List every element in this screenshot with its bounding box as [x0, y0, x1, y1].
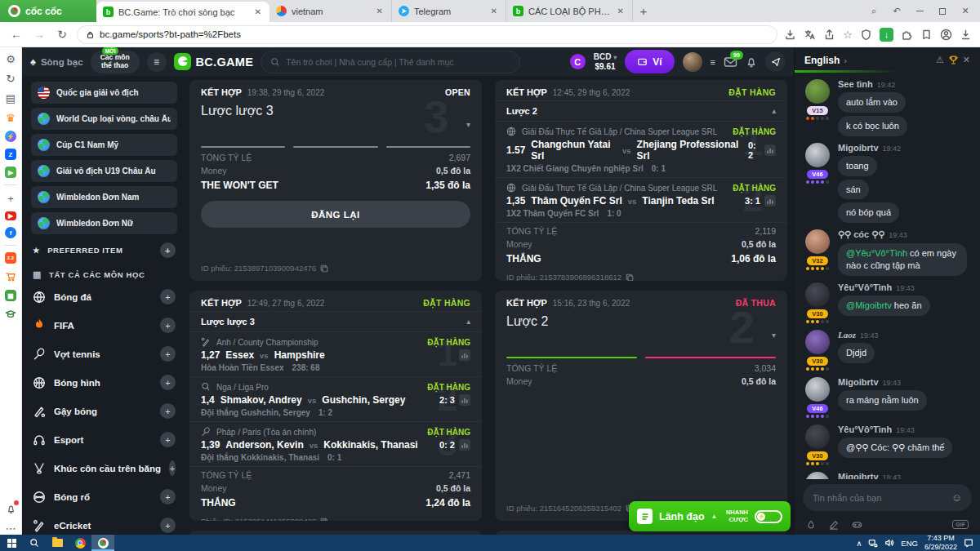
sidebar-item-tennis[interactable]: Vợt tennis +	[31, 342, 177, 366]
casino-nav[interactable]: ♠ Sòng bạc	[30, 56, 83, 68]
chat-username[interactable]: Migoibrtv	[838, 472, 879, 479]
menu-burger-icon[interactable]: ≡	[147, 52, 167, 72]
avatar[interactable]	[805, 472, 830, 479]
chrome-taskbar-icon[interactable]	[69, 535, 91, 551]
bcd-coin-icon[interactable]: C	[570, 54, 586, 69]
bet-title-row[interactable]: Lược 2 ▴	[495, 100, 787, 122]
close-button[interactable]: ✕	[956, 2, 975, 20]
chat-username[interactable]: Migoibrtv	[838, 377, 879, 387]
stats-chart-icon[interactable]	[459, 439, 470, 451]
sidebar-item-baseball[interactable]: Gậy bóng +	[31, 399, 177, 423]
minimize-button[interactable]	[910, 2, 929, 20]
add-sport-button[interactable]: +	[160, 375, 176, 390]
expand-caret-icon[interactable]: ▾	[772, 331, 776, 340]
more-icon[interactable]: ⋯	[4, 522, 17, 535]
expand-caret-icon[interactable]: ▾	[466, 120, 470, 129]
education-icon[interactable]	[4, 308, 17, 321]
avatar[interactable]	[805, 377, 830, 402]
profile-icon[interactable]	[940, 29, 952, 41]
league-item-wimbledon-women[interactable]: Wimbledon Đơn Nữ	[31, 212, 177, 234]
add-sport-button[interactable]: +	[160, 318, 176, 333]
chat-language-selector[interactable]: English	[804, 55, 840, 66]
stats-chart-icon[interactable]	[764, 144, 776, 156]
bcgame-logo[interactable]: BC.GAME	[174, 53, 254, 70]
sidebar-item-ice-hockey[interactable]: Khúc côn cầu trên băng +	[31, 456, 177, 480]
league-item-wimbledon-men[interactable]: Wimbledon Đơn Nam	[31, 186, 177, 208]
inbox-button[interactable]: 99	[724, 56, 737, 68]
messenger-icon[interactable]: ⚡	[5, 131, 16, 142]
sidebar-item-soccer[interactable]: Bóng đá +	[31, 285, 177, 309]
network-icon[interactable]	[868, 538, 878, 548]
chevron-right-icon[interactable]: ›	[844, 56, 847, 65]
account-menu-icon[interactable]: ≡	[710, 57, 715, 67]
language-indicator[interactable]: ENG	[901, 539, 918, 548]
tab-vietnam[interactable]: vietnam ✕	[270, 0, 392, 22]
close-chat-icon[interactable]: ✕	[963, 55, 970, 65]
facebook-icon[interactable]: f	[5, 227, 16, 238]
start-button[interactable]	[0, 535, 23, 551]
chat-username[interactable]: Yêu°Vô°Tình	[838, 424, 892, 434]
tab-close-icon[interactable]: ✕	[616, 7, 626, 16]
add-sport-button[interactable]: +	[160, 489, 176, 504]
maximize-button[interactable]	[933, 2, 952, 20]
add-sport-button[interactable]: +	[160, 518, 176, 533]
action-center-icon[interactable]	[964, 538, 973, 548]
stats-chart-icon[interactable]	[459, 349, 470, 361]
all-sports-row[interactable]: ▦ TẤT CẢ CÁC MÔN HỌC	[33, 269, 176, 280]
calculator-icon[interactable]: ▦	[5, 290, 16, 301]
emoji-icon[interactable]: ☺	[951, 491, 962, 504]
add-sport-button[interactable]: +	[160, 403, 176, 419]
betslip-bar[interactable]: Lãnh đạo ▲ NHANHCƯỢC ⚡	[629, 501, 791, 531]
shield-icon[interactable]	[860, 29, 872, 41]
save-page-icon[interactable]	[784, 29, 796, 41]
balance-selector[interactable]: BCD ▾ $9.61	[594, 52, 617, 71]
pen-icon[interactable]	[829, 520, 839, 530]
new-tab-button[interactable]: +	[633, 0, 654, 22]
tray-expand-icon[interactable]: ∧	[856, 539, 862, 548]
taskbar-clock[interactable]: 7:43 PM6/29/2022	[924, 534, 957, 551]
rebet-button[interactable]: ĐĂNG LẠI	[201, 201, 470, 228]
sidebar-item-esport[interactable]: Esport +	[31, 428, 177, 451]
tab-bcgame[interactable]: b BC.Game: Trò chơi sòng bạc ✕	[96, 2, 270, 22]
bet-title-row[interactable]: Lược lược 3 ▴	[189, 311, 482, 332]
reader-icon[interactable]: ▤	[4, 91, 17, 104]
chat-toggle-button[interactable]	[765, 51, 786, 72]
crown-icon[interactable]: ♛	[4, 111, 17, 124]
sidebar-item-basketball[interactable]: Bóng hình +	[31, 371, 177, 394]
sale-22-icon[interactable]: 2.2	[5, 252, 16, 264]
coccoc-taskbar-icon[interactable]	[91, 535, 114, 551]
avatar[interactable]	[805, 424, 830, 449]
league-item-copa-libertadores[interactable]: Cúp C1 Nam Mỹ	[31, 134, 177, 156]
user-avatar[interactable]	[683, 52, 702, 72]
add-sport-button[interactable]: +	[160, 289, 176, 304]
trophy-icon[interactable]	[948, 55, 959, 65]
avatar[interactable]	[805, 229, 830, 254]
zalo-icon[interactable]: Z	[5, 149, 16, 160]
taskbar-search-icon[interactable]	[23, 535, 46, 551]
sidebar-item-ecricket[interactable]: eCricket +	[31, 513, 177, 535]
forward-button[interactable]: →	[31, 28, 47, 41]
download-icon[interactable]	[960, 29, 972, 41]
stats-chart-icon[interactable]	[459, 394, 470, 406]
settings-gear-icon[interactable]: ⚙	[4, 52, 17, 65]
chat-username[interactable]: ⚲⚲ cóc ⚲⚲	[838, 229, 884, 240]
quick-bet-toggle[interactable]: ⚡	[755, 510, 782, 523]
add-shortcut-icon[interactable]: +	[4, 192, 17, 205]
tab-close-icon[interactable]: ✕	[489, 7, 499, 16]
chat-rules-icon[interactable]: ⚠	[936, 55, 944, 65]
notifications-button[interactable]	[746, 56, 757, 68]
add-preferred-button[interactable]: +	[160, 242, 176, 258]
league-item-championship-country[interactable]: Quốc gia giải vô địch	[31, 82, 177, 104]
reload-button[interactable]: ↻	[54, 28, 70, 41]
sports-nav[interactable]: MỚI Các mônthể thao	[91, 51, 140, 73]
tab-sports-parts[interactable]: b CÁC LOẠI BỘ PHẬN THỂ THA ✕	[506, 0, 633, 22]
cart-icon[interactable]	[4, 270, 17, 283]
add-sport-button[interactable]: +	[169, 460, 176, 476]
chat-input[interactable]	[813, 493, 945, 503]
league-item-u19-euro[interactable]: Giải vô địch U19 Châu Âu	[31, 160, 177, 182]
avatar[interactable]	[805, 79, 830, 104]
controller-icon[interactable]	[852, 519, 862, 530]
rain-icon[interactable]	[806, 520, 816, 530]
league-item-worldcup-qualifiers[interactable]: World Cup loại vòng. châu Âu	[31, 108, 177, 130]
tab-telegram[interactable]: ➤ Telegram ✕	[392, 0, 506, 22]
